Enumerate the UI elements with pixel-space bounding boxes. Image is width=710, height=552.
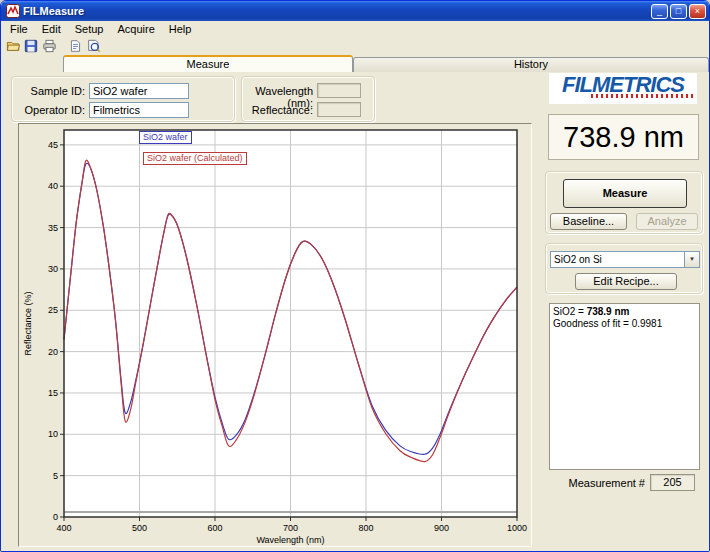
result-line-thickness: SiO2 = 738.9 nm: [553, 306, 696, 318]
menu-item-setup[interactable]: Setup: [68, 22, 111, 36]
sample-id-input[interactable]: [89, 83, 189, 99]
measurement-number-label: Measurement #: [541, 477, 645, 489]
baseline-button[interactable]: Baseline...: [550, 213, 627, 230]
svg-text:500: 500: [132, 523, 147, 533]
thickness-reading-box: 738.9 nm: [548, 114, 699, 160]
chevron-down-icon[interactable]: ▼: [684, 252, 699, 267]
svg-text:900: 900: [434, 523, 449, 533]
svg-text:30: 30: [48, 264, 58, 274]
menu-item-help[interactable]: Help: [162, 22, 199, 36]
window-title: FILMeasure: [23, 5, 649, 17]
svg-text:10: 10: [48, 429, 58, 439]
measure-button[interactable]: Measure: [563, 179, 687, 208]
reflectance-label: Reflectance:: [229, 104, 313, 116]
measure-tab-panel: Sample ID: Operator ID: Wavelength (nm):…: [1, 72, 709, 552]
svg-text:600: 600: [207, 523, 222, 533]
measurement-number-value: 205: [650, 474, 695, 491]
svg-text:35: 35: [48, 223, 58, 233]
spectrum-plot[interactable]: 4005006007008009001000051015202530354045…: [19, 124, 531, 546]
menu-item-edit[interactable]: Edit: [35, 22, 68, 36]
menu-bar: FileEditSetupAcquireHelp: [1, 21, 709, 36]
filmetrics-logo-text: FILMETRICS: [549, 73, 697, 97]
menu-item-file[interactable]: File: [3, 22, 35, 36]
svg-text:20: 20: [48, 347, 58, 357]
sample-id-label: Sample ID:: [15, 85, 85, 97]
minimize-button[interactable]: _: [651, 4, 668, 19]
thickness-value: 738.9 nm: [563, 121, 684, 154]
toolbar: [1, 36, 709, 55]
analyze-button: Analyze: [636, 213, 698, 230]
svg-text:0: 0: [53, 512, 58, 522]
y-axis-title: Reflectance (%): [23, 291, 33, 355]
recipe-dropdown[interactable]: SiO2 on Si ▼: [550, 251, 700, 268]
app-window: FILMeasure _ □ × FileEditSetupAcquireHel…: [0, 0, 710, 552]
svg-text:40: 40: [48, 181, 58, 191]
save-icon[interactable]: [22, 37, 40, 54]
tab-strip: Measure History: [1, 55, 709, 72]
open-icon[interactable]: [4, 37, 22, 54]
result-thickness-value: 738.9 nm: [587, 306, 630, 317]
svg-text:45: 45: [48, 140, 58, 150]
wavelength-field: [317, 83, 361, 98]
svg-text:700: 700: [283, 523, 298, 533]
preview-icon[interactable]: [84, 37, 102, 54]
operator-id-label: Operator ID:: [15, 104, 85, 116]
x-axis-title: Wavelength (nm): [256, 535, 324, 545]
edit-recipe-button[interactable]: Edit Recipe...: [575, 273, 677, 290]
operator-id-input[interactable]: [89, 102, 189, 118]
measure-group: Measure Baseline... Analyze: [545, 171, 703, 234]
maximize-button[interactable]: □: [670, 4, 687, 19]
result-line-gof: Goodness of fit = 0.9981: [553, 318, 696, 330]
document-icon[interactable]: [66, 37, 84, 54]
tab-history[interactable]: History: [353, 57, 709, 72]
svg-text:15: 15: [48, 388, 58, 398]
results-box[interactable]: SiO2 = 738.9 nm Goodness of fit = 0.9981: [549, 303, 700, 470]
recipe-selected-value: SiO2 on Si: [551, 252, 684, 267]
brand-logo: FILMETRICS: [549, 73, 697, 104]
svg-text:25: 25: [48, 305, 58, 315]
tab-measure[interactable]: Measure: [63, 55, 353, 72]
svg-text:5: 5: [53, 471, 58, 481]
app-icon[interactable]: [6, 4, 20, 18]
title-bar[interactable]: FILMeasure _ □ ×: [1, 1, 709, 21]
spectrum-chart[interactable]: 4005006007008009001000051015202530354045…: [18, 123, 532, 547]
svg-text:800: 800: [358, 523, 373, 533]
legend-item-calculated: SiO2 wafer (Calculated): [143, 152, 247, 165]
print-icon[interactable]: [40, 37, 58, 54]
svg-text:1000: 1000: [507, 523, 527, 533]
recipe-group: SiO2 on Si ▼ Edit Recipe...: [545, 243, 703, 294]
reflectance-field: [317, 102, 361, 117]
legend-item-measured: SiO2 wafer: [139, 131, 192, 144]
menu-item-acquire[interactable]: Acquire: [110, 22, 161, 36]
close-button[interactable]: ×: [689, 4, 706, 19]
svg-text:400: 400: [56, 523, 71, 533]
